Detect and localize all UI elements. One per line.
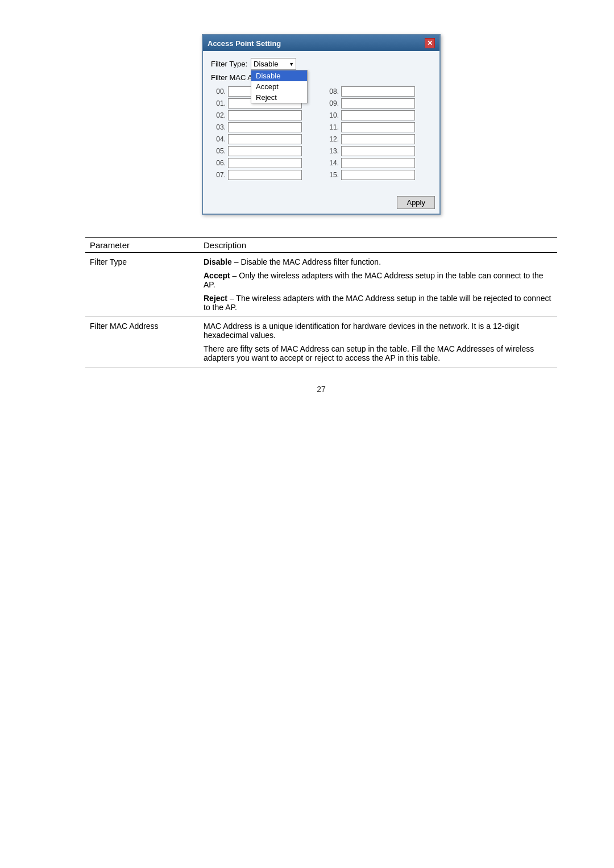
mac-input-08[interactable]	[341, 86, 415, 97]
mac-input-07[interactable]	[228, 170, 302, 180]
mac-entry-08: 08.	[324, 86, 432, 97]
desc-filter-type-disable: Disable – Disable the MAC Address filter…	[204, 257, 553, 266]
mac-input-15[interactable]	[341, 170, 415, 180]
mac-label-04: 04.	[211, 135, 226, 143]
mac-label-13: 13.	[324, 147, 339, 155]
desc-filter-type: Disable – Disable the MAC Address filter…	[199, 253, 557, 317]
mac-entry-02: 02.	[211, 110, 318, 120]
mac-label-08: 08.	[324, 87, 339, 95]
mac-label-02: 02.	[211, 111, 226, 119]
page-number: 27	[85, 385, 557, 394]
mac-input-13[interactable]	[341, 146, 415, 156]
desc-filter-mac-p2: There are fifty sets of MAC Address can …	[204, 344, 553, 362]
mac-label-11: 11.	[324, 123, 339, 131]
mac-label-12: 12.	[324, 135, 339, 143]
dropdown-item-reject[interactable]: Reject	[251, 92, 307, 103]
mac-entry-04: 04.	[211, 134, 318, 144]
mac-input-14[interactable]	[341, 158, 415, 168]
dropdown-item-accept[interactable]: Accept	[251, 81, 307, 92]
dropdown-selected[interactable]: Disable ▼	[251, 58, 296, 70]
dropdown-menu: Disable Accept Reject	[251, 70, 308, 103]
mac-entry-14: 14.	[324, 158, 432, 168]
mac-label-10: 10.	[324, 111, 339, 119]
dropdown-item-disable[interactable]: Disable	[251, 70, 307, 81]
close-icon: ✕	[427, 39, 433, 47]
mac-label-05: 05.	[211, 147, 226, 155]
filter-type-label: Filter Type:	[211, 60, 247, 68]
col-parameter-header: Parameter	[85, 238, 199, 253]
mac-label-03: 03.	[211, 123, 226, 131]
mac-entry-10: 10.	[324, 110, 432, 120]
dialog-body: Filter Type: Disable ▼ Disable Accept Re…	[203, 51, 439, 193]
mac-entry-03: 03.	[211, 122, 318, 132]
mac-label-07: 07.	[211, 171, 226, 179]
mac-address-grid: 00. 08. 01. 09.	[211, 86, 432, 180]
mac-entry-06: 06.	[211, 158, 318, 168]
dialog-titlebar: Access Point Setting ✕	[203, 35, 439, 51]
desc-filter-mac-p1: MAC Address is a unique identification f…	[204, 322, 553, 340]
mac-label-01: 01.	[211, 99, 226, 107]
parameter-table: Parameter Description Filter Type Disabl…	[85, 237, 557, 368]
dialog-title: Access Point Setting	[208, 39, 281, 48]
mac-input-05[interactable]	[228, 146, 302, 156]
mac-label-09: 09.	[324, 99, 339, 107]
desc-filter-type-accept: Accept – Only the wireless adapters with…	[204, 271, 553, 289]
param-filter-mac: Filter MAC Address	[85, 317, 199, 368]
mac-input-10[interactable]	[341, 110, 415, 120]
mac-input-02[interactable]	[228, 110, 302, 120]
mac-entry-07: 07.	[211, 170, 318, 180]
mac-label-14: 14.	[324, 159, 339, 167]
mac-input-04[interactable]	[228, 134, 302, 144]
apply-button[interactable]: Apply	[397, 196, 435, 209]
mac-entry-09: 09.	[324, 98, 432, 108]
dialog-wrapper: Access Point Setting ✕ Filter Type: Disa…	[85, 34, 557, 215]
dialog-close-button[interactable]: ✕	[425, 38, 435, 48]
dropdown-arrow-icon: ▼	[289, 61, 294, 67]
desc-filter-type-reject: Reject – The wireless adapters with the …	[204, 294, 553, 312]
filter-type-row: Filter Type: Disable ▼ Disable Accept Re…	[211, 58, 432, 70]
mac-entry-11: 11.	[324, 122, 432, 132]
mac-label-00: 00.	[211, 87, 226, 95]
page-container: Access Point Setting ✕ Filter Type: Disa…	[0, 0, 614, 868]
dialog-footer: Apply	[203, 193, 439, 214]
filter-mac-row: Filter MAC Ad	[211, 73, 432, 82]
table-row-filter-type: Filter Type Disable – Disable the MAC Ad…	[85, 253, 557, 317]
mac-input-12[interactable]	[341, 134, 415, 144]
mac-entry-15: 15.	[324, 170, 432, 180]
access-point-dialog: Access Point Setting ✕ Filter Type: Disa…	[202, 34, 441, 215]
mac-input-09[interactable]	[341, 98, 415, 108]
mac-entry-13: 13.	[324, 146, 432, 156]
mac-input-11[interactable]	[341, 122, 415, 132]
filter-type-dropdown[interactable]: Disable ▼ Disable Accept Reject	[251, 58, 296, 70]
mac-input-03[interactable]	[228, 122, 302, 132]
mac-label-15: 15.	[324, 171, 339, 179]
dropdown-selected-text: Disable	[254, 60, 278, 68]
mac-entry-05: 05.	[211, 146, 318, 156]
col-description-header: Description	[199, 238, 557, 253]
mac-input-06[interactable]	[228, 158, 302, 168]
filter-mac-label: Filter MAC Ad	[211, 73, 256, 82]
desc-filter-mac: MAC Address is a unique identification f…	[199, 317, 557, 368]
param-filter-type: Filter Type	[85, 253, 199, 317]
mac-label-06: 06.	[211, 159, 226, 167]
table-row-filter-mac: Filter MAC Address MAC Address is a uniq…	[85, 317, 557, 368]
mac-entry-12: 12.	[324, 134, 432, 144]
